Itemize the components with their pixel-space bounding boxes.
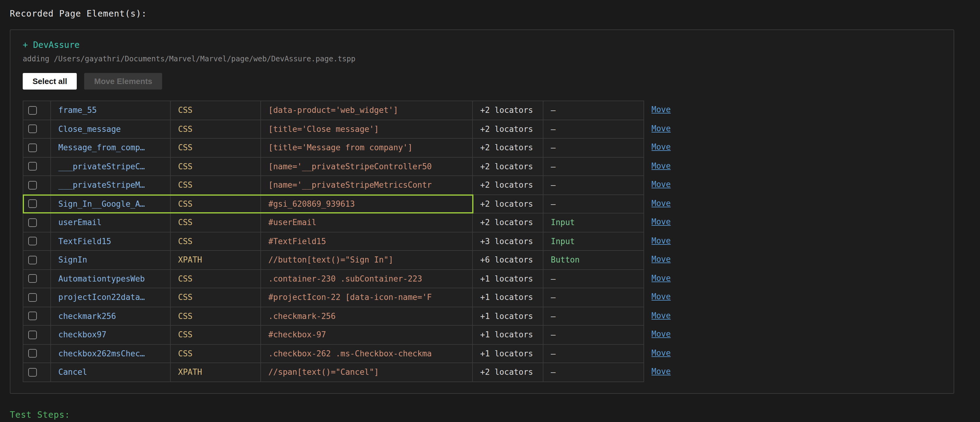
table-row-cells: Close_message CSS [title='Close message'… — [23, 119, 644, 138]
move-link[interactable]: Move — [651, 363, 671, 382]
move-link[interactable]: Move — [651, 232, 671, 250]
selector-type: CSS — [171, 326, 261, 344]
table-row: ___privateStripeC… CSS [name='__privateS… — [23, 157, 941, 175]
locators-count: +2 locators — [473, 120, 543, 138]
table-row-cells: userEmail CSS #userEmail +2 locators Inp… — [23, 213, 644, 232]
move-link[interactable]: Move — [651, 175, 671, 194]
table-row: SignIn XPATH //button[text()="Sign In"] … — [23, 250, 941, 269]
table-row: Close_message CSS [title='Close message'… — [23, 119, 941, 138]
table-row-cells: checkmark256 CSS .checkmark-256 +1 locat… — [23, 306, 644, 325]
move-link[interactable]: Move — [651, 101, 671, 119]
table-row: Sign_In__Google_A… CSS #gsi_620869_93961… — [23, 194, 941, 213]
element-name: Close_message — [51, 120, 171, 138]
table-row-cells: frame_55 CSS [data-product='web_widget']… — [23, 101, 644, 119]
row-checkbox[interactable] — [28, 200, 37, 208]
move-link[interactable]: Move — [651, 344, 671, 363]
selector-type: CSS — [171, 344, 261, 363]
checkbox-cell — [23, 157, 51, 175]
element-name: SignIn — [51, 251, 171, 269]
selector-value: .checkmark-256 — [261, 307, 473, 325]
move-link[interactable]: Move — [651, 119, 671, 138]
selector-value: //button[text()="Sign In"] — [261, 251, 473, 269]
move-link[interactable]: Move — [651, 194, 671, 213]
row-checkbox[interactable] — [28, 144, 37, 152]
table-row-cells: Message_from_comp… CSS [title='Message f… — [23, 138, 644, 157]
element-role: – — [543, 326, 644, 344]
element-name: Cancel — [51, 363, 171, 381]
element-name: checkmark256 — [51, 307, 171, 325]
locators-count: +1 locators — [473, 307, 543, 325]
selector-type: CSS — [171, 157, 261, 175]
element-name: frame_55 — [51, 101, 171, 119]
table-row-cells: TextField15 CSS #TextField15 +3 locators… — [23, 232, 644, 250]
element-name: ___privateStripeC… — [51, 157, 171, 175]
element-role: – — [543, 363, 644, 381]
table-row: checkbox262msChec… CSS .checkbox-262 .ms… — [23, 344, 941, 363]
row-checkbox[interactable] — [28, 125, 37, 133]
selector-value: #gsi_620869_939613 — [261, 195, 473, 213]
move-link[interactable]: Move — [651, 288, 671, 306]
table-row-cells: Cancel XPATH //span[text()="Cancel"] +2 … — [23, 363, 644, 382]
row-checkbox[interactable] — [28, 293, 37, 302]
selector-value: [data-product='web_widget'] — [261, 101, 473, 119]
elements-table: frame_55 CSS [data-product='web_widget']… — [23, 101, 941, 382]
move-link[interactable]: Move — [651, 250, 671, 269]
checkbox-cell — [23, 307, 51, 325]
row-checkbox[interactable] — [28, 274, 37, 283]
selector-value: //span[text()="Cancel"] — [261, 363, 473, 381]
table-row-cells: ___privateStripeC… CSS [name='__privateS… — [23, 157, 644, 175]
move-link[interactable]: Move — [651, 306, 671, 325]
selector-type: XPATH — [171, 251, 261, 269]
checkbox-cell — [23, 363, 51, 381]
table-row-cells: checkbox262msChec… CSS .checkbox-262 .ms… — [23, 344, 644, 363]
selector-value: .container-230 .subContainer-223 — [261, 270, 473, 288]
selector-type: CSS — [171, 176, 261, 194]
checkbox-cell — [23, 213, 51, 232]
element-role: – — [543, 157, 644, 175]
element-role: – — [543, 344, 644, 363]
move-link[interactable]: Move — [651, 269, 671, 288]
row-checkbox[interactable] — [28, 349, 37, 358]
move-elements-button[interactable]: Move Elements — [84, 73, 162, 90]
element-name: ___privateStripeM… — [51, 176, 171, 194]
row-checkbox[interactable] — [28, 331, 37, 339]
row-checkbox[interactable] — [28, 218, 37, 227]
checkbox-cell — [23, 288, 51, 306]
checkbox-cell — [23, 270, 51, 288]
row-checkbox[interactable] — [28, 256, 37, 264]
locators-count: +2 locators — [473, 157, 543, 175]
selector-type: CSS — [171, 232, 261, 250]
row-checkbox[interactable] — [28, 237, 37, 246]
selector-type: XPATH — [171, 363, 261, 381]
element-name: checkbox262msChec… — [51, 344, 171, 363]
row-checkbox[interactable] — [28, 106, 37, 115]
element-name: userEmail — [51, 213, 171, 232]
locators-count: +2 locators — [473, 195, 543, 213]
checkbox-cell — [23, 232, 51, 250]
element-role: – — [543, 120, 644, 138]
table-row: ___privateStripeM… CSS [name='__privateS… — [23, 175, 941, 194]
selector-type: CSS — [171, 288, 261, 306]
element-name: Sign_In__Google_A… — [51, 195, 171, 213]
selector-value: [name='__privateStripeController50 — [261, 157, 473, 175]
row-checkbox[interactable] — [28, 162, 37, 171]
recorded-elements-panel: + DevAssure adding /Users/gayathri/Docum… — [10, 29, 954, 393]
table-row-cells: checkbox97 CSS #checkbox-97 +1 locators … — [23, 325, 644, 344]
table-row-cells: AutomationtypesWeb CSS .container-230 .s… — [23, 269, 644, 288]
move-link[interactable]: Move — [651, 157, 671, 175]
table-row-cells: projectIcon22data… CSS #projectIcon-22 [… — [23, 288, 644, 306]
row-checkbox[interactable] — [28, 312, 37, 320]
move-link[interactable]: Move — [651, 213, 671, 232]
page-group-toggle[interactable]: + DevAssure — [23, 40, 941, 50]
locators-count: +3 locators — [473, 232, 543, 250]
locators-count: +2 locators — [473, 176, 543, 194]
locators-count: +2 locators — [473, 101, 543, 119]
selector-value: [title='Close message'] — [261, 120, 473, 138]
move-link[interactable]: Move — [651, 138, 671, 157]
row-checkbox[interactable] — [28, 181, 37, 190]
element-name: projectIcon22data… — [51, 288, 171, 306]
move-link[interactable]: Move — [651, 325, 671, 344]
element-role: Button — [543, 251, 644, 269]
row-checkbox[interactable] — [28, 368, 37, 377]
select-all-button[interactable]: Select all — [23, 73, 77, 90]
